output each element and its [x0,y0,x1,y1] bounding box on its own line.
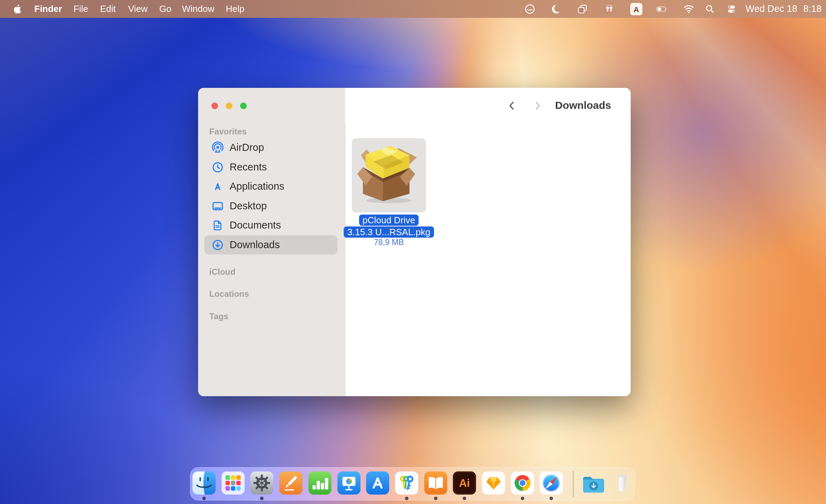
running-indicator-chrome [521,497,524,500]
package-box-icon [356,139,422,206]
dock-item-passwords[interactable] [395,471,418,495]
dock-item-launchpad[interactable] [222,471,245,495]
zoom-button[interactable] [240,103,247,109]
apple-logo-icon[interactable] [13,4,22,14]
window-toolbar[interactable]: Downloads [345,88,631,124]
running-indicator-finder [202,497,206,500]
running-indicator-books [434,497,438,500]
airpods-icon[interactable] [603,3,615,15]
sidebar-item-recents[interactable]: Recents [204,158,337,177]
menu-edit[interactable]: Edit [100,0,116,18]
file-name-label[interactable]: pCloud Drive 3.15.3 U...RSAL.pkg [352,215,426,238]
dock-item-finder[interactable] [192,471,216,495]
creative-cloud-icon[interactable] [524,3,536,15]
finder-window: Favorites AirDrop Recents [198,88,631,396]
running-indicator-settings [260,497,264,500]
forward-button[interactable] [532,100,542,111]
running-indicator-illustrator [463,497,466,500]
dock-item-illustrator[interactable]: Ai [453,471,476,495]
window-sidebar: Favorites AirDrop Recents [198,88,345,396]
file-size-text: 78,9 MB [352,238,426,247]
clock-date: Wed Dec 18 [746,0,797,18]
file-name-line1: pCloud Drive [359,215,419,226]
back-button[interactable] [507,100,517,111]
menu-bar: Finder File Edit View Go Window Help A [0,0,826,18]
sidebar-item-desktop[interactable]: Desktop [204,196,337,216]
dock-item-keynote[interactable] [337,471,360,495]
running-indicator-passwords [405,497,408,500]
sidebar-section-locations[interactable]: Locations [209,289,249,299]
dock-item-sketch[interactable] [482,471,505,495]
sidebar-item-label: Documents [230,219,281,231]
menu-finder[interactable]: Finder [34,0,62,18]
sidebar-item-applications[interactable]: Applications [204,177,337,196]
document-icon [211,219,224,232]
sidebar-item-label: AirDrop [230,142,264,153]
sidebar-item-documents[interactable]: Documents [204,216,337,235]
spotlight-search-icon[interactable] [704,3,716,15]
battery-icon[interactable] [656,3,668,15]
dock-item-safari[interactable] [540,471,563,495]
sidebar-item-label: Downloads [230,239,280,251]
dock-item-app-store[interactable] [366,471,389,495]
dock-item-chrome[interactable] [511,471,534,495]
clock-icon [211,161,224,174]
running-indicator-safari [550,497,553,500]
minimize-button[interactable] [226,103,232,109]
svg-text:Ai: Ai [459,477,470,489]
window-title: Downloads [555,99,611,111]
menu-window[interactable]: Window [182,0,214,18]
dock: Ai [190,467,635,500]
desktop-wallpaper: Finder File Edit View Go Window Help A [0,0,826,504]
menu-view[interactable]: View [128,0,148,18]
sidebar-section-favorites: Favorites [209,127,247,136]
menu-bar-clock[interactable]: Wed Dec 18 8:18 [746,0,822,18]
sidebar-section-icloud[interactable]: iCloud [209,267,236,277]
sidebar-item-label: Applications [230,181,284,192]
sidebar-section-tags[interactable]: Tags [209,312,228,321]
moon-focus-icon[interactable] [550,3,561,15]
clock-time: 8:18 [803,0,822,18]
menu-go[interactable]: Go [159,0,172,18]
dock-separator [573,471,574,497]
dock-item-trash[interactable] [610,470,634,493]
dock-item-books[interactable] [424,471,447,495]
sidebar-item-airdrop[interactable]: AirDrop [204,138,337,157]
dock-item-downloads-folder[interactable] [581,470,607,496]
airdrop-icon [211,141,224,154]
dock-item-pages[interactable] [279,471,302,495]
close-button[interactable] [211,103,218,109]
sidebar-item-label: Desktop [230,200,267,212]
sidebar-item-label: Recents [230,161,267,173]
control-center-icon[interactable] [726,3,737,15]
file-name-line2: 3.15.3 U...RSAL.pkg [344,226,434,238]
app-store-a-icon [211,180,224,193]
menu-file[interactable]: File [74,0,88,18]
download-circle-icon [211,239,224,251]
wifi-icon[interactable] [683,3,695,15]
dock-item-numbers[interactable] [308,471,331,495]
sidebar-item-downloads[interactable]: Downloads [204,235,337,254]
menu-help[interactable]: Help [226,0,244,18]
file-pkg-icon-tile[interactable] [352,138,426,212]
svg-text:A: A [634,5,639,14]
input-source-icon[interactable]: A [630,2,643,16]
dock-item-system-settings[interactable] [250,471,273,495]
window-stack-icon[interactable] [576,3,588,15]
desktop-icon [211,200,224,212]
